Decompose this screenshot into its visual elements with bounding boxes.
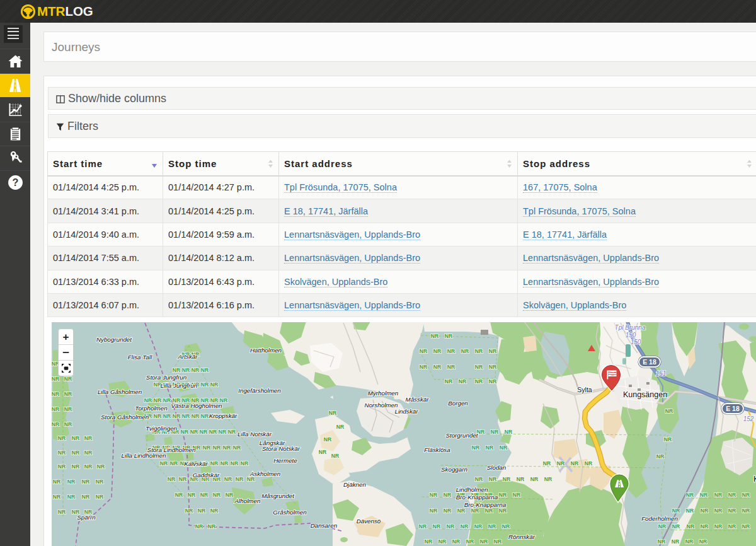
svg-text:NR: NR	[181, 429, 188, 435]
svg-text:NR: NR	[96, 479, 103, 485]
svg-text:NR: NR	[210, 381, 218, 388]
svg-text:NR: NR	[154, 397, 161, 404]
svg-text:Torpholmen: Torpholmen	[135, 405, 167, 412]
svg-text:NR: NR	[64, 376, 72, 382]
svg-text:NR: NR	[182, 413, 190, 419]
svg-text:NR: NR	[208, 523, 215, 530]
svg-text:NR: NR	[185, 508, 193, 514]
svg-text:Fläsklösa: Fläsklösa	[424, 446, 450, 453]
svg-text:NR: NR	[672, 523, 680, 530]
svg-text:NR: NR	[461, 523, 468, 530]
svg-text:NR: NR	[444, 508, 451, 514]
svg-text:Alholmen: Alholmen	[234, 497, 261, 504]
svg-text:NR: NR	[472, 444, 479, 451]
svg-text:NR: NR	[163, 397, 171, 404]
svg-text:NR: NR	[700, 492, 707, 498]
svg-text:NR: NR	[431, 333, 438, 339]
svg-text:NR: NR	[475, 348, 483, 354]
svg-text:NR: NR	[198, 508, 205, 514]
svg-text:NR: NR	[319, 449, 326, 455]
svg-text:NR: NR	[433, 523, 440, 530]
svg-text:Lilla Jungfrun: Lilla Jungfrun	[161, 382, 197, 389]
svg-text:Nybogrundet: Nybogrundet	[96, 336, 132, 343]
svg-text:NR: NR	[530, 476, 538, 482]
svg-text:NR: NR	[686, 508, 694, 514]
svg-text:Kungsängen: Kungsängen	[623, 390, 667, 399]
svg-text:NR: NR	[685, 538, 693, 545]
svg-text:Lilla Lindholmen: Lilla Lindholmen	[122, 452, 166, 459]
svg-text:Hattholmen: Hattholmen	[250, 347, 282, 354]
svg-text:NR: NR	[220, 460, 228, 467]
svg-text:Gaddskär: Gaddskär	[193, 472, 220, 479]
svg-text:Måsgrundet: Måsgrundet	[261, 492, 295, 499]
svg-text:NR: NR	[223, 444, 231, 451]
svg-text:Skoggarn: Skoggarn	[441, 466, 467, 473]
svg-text:NR: NR	[457, 508, 465, 514]
svg-text:NR: NR	[53, 479, 60, 485]
svg-text:NR: NR	[201, 367, 209, 373]
svg-text:NR: NR	[728, 492, 736, 498]
svg-text:Foderholmen: Foderholmen	[641, 515, 678, 522]
svg-text:Djäknen: Djäknen	[343, 481, 366, 488]
svg-text:Lindskär: Lindskär	[394, 408, 418, 415]
svg-text:NR: NR	[466, 538, 474, 545]
svg-text:NR: NR	[714, 523, 722, 530]
svg-text:NR: NR	[67, 494, 75, 500]
svg-text:NR: NR	[517, 476, 524, 482]
svg-text:NR: NR	[188, 492, 195, 498]
svg-text:NR: NR	[664, 436, 672, 443]
svg-text:NR: NR	[452, 538, 460, 545]
svg-text:NR: NR	[686, 492, 694, 498]
svg-text:NR: NR	[585, 460, 592, 467]
svg-text:NR: NR	[331, 453, 339, 459]
svg-text:NR: NR	[53, 494, 60, 500]
svg-text:151: 151	[656, 370, 667, 377]
svg-text:NR: NR	[72, 435, 79, 441]
svg-text:NR: NR	[190, 429, 198, 435]
svg-text:?: ?	[12, 177, 18, 188]
svg-text:NR: NR	[742, 492, 750, 498]
svg-text:NR: NR	[701, 523, 708, 530]
svg-text:Hermete: Hermete	[273, 457, 297, 464]
svg-text:Askholmen: Askholmen	[249, 470, 280, 477]
svg-text:NR: NR	[433, 364, 441, 370]
svg-text:Gråsholmen: Gråsholmen	[273, 509, 306, 516]
svg-text:NR: NR	[474, 523, 482, 530]
svg-text:NR: NR	[461, 348, 469, 354]
svg-text:NR: NR	[543, 460, 551, 467]
svg-text:NR: NR	[195, 523, 203, 530]
svg-text:NR: NR	[324, 436, 331, 443]
svg-text:NR: NR	[438, 538, 446, 545]
svg-text:Bro-Knapparna: Bro-Knapparna	[464, 501, 507, 508]
svg-text:Slodan: Slodan	[487, 464, 507, 471]
svg-text:NR: NR	[200, 492, 208, 498]
svg-text:NR: NR	[486, 444, 493, 451]
svg-text:NR: NR	[485, 508, 493, 514]
svg-text:NR: NR	[84, 435, 92, 441]
svg-text:NR: NR	[491, 429, 498, 435]
svg-text:Tpl Brunna: Tpl Brunna	[615, 324, 646, 331]
svg-text:NR: NR	[64, 421, 72, 427]
svg-text:NR: NR	[154, 413, 161, 419]
svg-text:NR: NR	[52, 391, 59, 397]
svg-text:NR: NR	[714, 508, 722, 514]
svg-text:NR: NR	[513, 492, 520, 498]
svg-text:NR: NR	[58, 450, 66, 456]
svg-text:NR: NR	[430, 492, 437, 498]
svg-text:NR: NR	[168, 476, 175, 482]
svg-text:Lilla Gåsholmen: Lilla Gåsholmen	[98, 388, 142, 395]
svg-text:E 18: E 18	[643, 358, 656, 366]
svg-text:NR: NR	[96, 494, 103, 500]
svg-text:NR: NR	[173, 367, 180, 373]
svg-text:NR: NR	[656, 453, 664, 460]
svg-text:NR: NR	[475, 476, 483, 482]
svg-text:NR: NR	[425, 538, 432, 545]
svg-text:NR: NR	[687, 523, 694, 530]
svg-text:NR: NR	[209, 429, 217, 435]
svg-text:NR: NR	[489, 476, 496, 482]
svg-text:NR: NR	[500, 444, 507, 451]
svg-text:NR: NR	[192, 367, 199, 373]
svg-text:NR: NR	[502, 523, 510, 530]
svg-text:NR: NR	[236, 476, 243, 482]
svg-text:NR: NR	[97, 463, 105, 470]
